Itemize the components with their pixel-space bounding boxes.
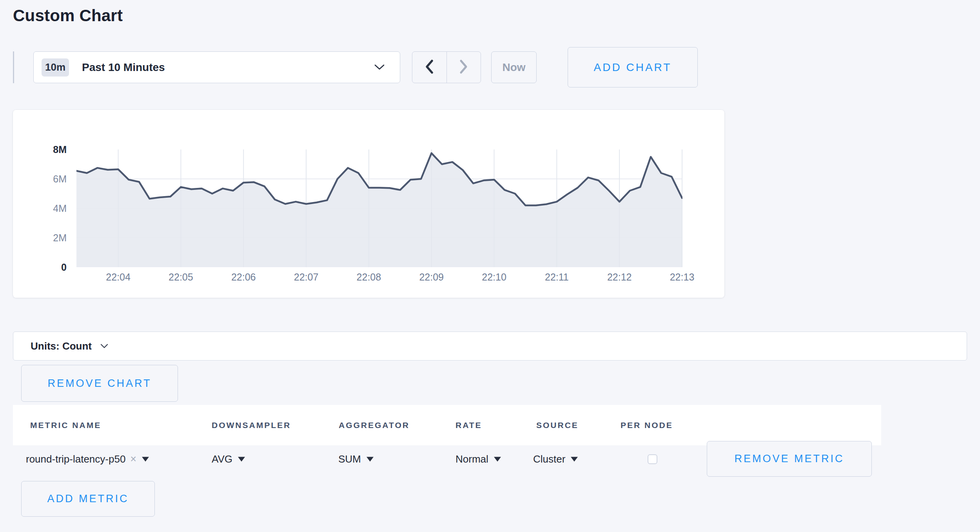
remove-metric-button[interactable]: REMOVE METRIC (707, 441, 872, 477)
source-select[interactable]: Cluster (533, 453, 578, 465)
metric-name-value: round-trip-latency-p50 (26, 453, 125, 465)
caret-down-icon (238, 457, 245, 461)
y-axis-tick-label: 0 (61, 262, 67, 273)
time-pager (412, 51, 481, 83)
add-chart-button[interactable]: ADD CHART (568, 47, 698, 87)
y-axis-tick-label: 8M (53, 144, 67, 155)
caret-down-icon (142, 457, 149, 461)
rate-select[interactable]: Normal (456, 453, 501, 465)
add-metric-button[interactable]: ADD METRIC (21, 481, 155, 517)
x-axis-tick-label: 22:10 (482, 271, 506, 283)
aggregator-value: SUM (338, 453, 361, 465)
page-title: Custom Chart (13, 6, 123, 25)
y-axis-tick-label: 6M (53, 173, 67, 185)
chevron-right-icon (459, 58, 469, 77)
source-value: Cluster (533, 453, 565, 465)
x-axis-tick-label: 22:09 (419, 271, 444, 283)
col-header-aggregator: AGGREGATOR (339, 421, 410, 430)
x-axis-tick-label: 22:04 (106, 271, 131, 283)
units-select[interactable]: Units: Count (13, 332, 967, 361)
x-axis-tick-label: 22:06 (231, 271, 256, 283)
x-axis-tick-label: 22:08 (357, 271, 381, 283)
downsampler-value: AVG (212, 453, 232, 465)
chart-plot (76, 149, 682, 267)
chevron-left-icon (424, 58, 434, 77)
col-header-source: SOURCE (536, 421, 579, 430)
caret-down-icon (494, 457, 501, 461)
time-window-badge: 10m (42, 58, 69, 77)
per-node-checkbox[interactable] (648, 454, 657, 464)
downsampler-select[interactable]: AVG (212, 453, 245, 465)
rate-value: Normal (456, 453, 488, 465)
chart-x-axis: 22:0422:0522:0622:0722:0822:0922:1022:11… (76, 271, 682, 285)
time-window-select[interactable]: 10m Past 10 Minutes (33, 51, 400, 83)
caret-down-icon (367, 457, 374, 461)
toolbar-left-divider (13, 51, 14, 83)
chart-y-axis: 8M6M4M2M0 (13, 110, 67, 298)
y-axis-tick-label: 4M (53, 203, 67, 214)
caret-down-icon (571, 457, 578, 461)
x-axis-tick-label: 22:13 (670, 271, 695, 283)
x-axis-tick-label: 22:11 (545, 271, 569, 283)
metrics-table-header: METRIC NAME DOWNSAMPLER AGGREGATOR RATE … (13, 405, 881, 445)
remove-chart-button[interactable]: REMOVE CHART (21, 365, 178, 402)
aggregator-select[interactable]: SUM (338, 453, 374, 465)
col-header-downsampler: DOWNSAMPLER (212, 421, 291, 430)
y-axis-tick-label: 2M (53, 232, 67, 244)
chart-card: 8M6M4M2M0 22:0422:0522:0622:0722:0822:09… (13, 110, 724, 298)
prev-time-button[interactable] (412, 52, 447, 83)
time-window-label: Past 10 Minutes (82, 61, 165, 74)
chevron-down-icon (100, 344, 108, 349)
area-chart-svg (76, 149, 682, 267)
chevron-down-icon (374, 64, 385, 71)
custom-chart-page: Custom Chart 10m Past 10 Minutes Now ADD… (0, 0, 980, 532)
x-axis-tick-label: 22:12 (607, 271, 632, 283)
metric-name-select[interactable]: round-trip-latency-p50 × (26, 453, 149, 465)
col-header-per-node: PER NODE (621, 421, 673, 430)
close-icon[interactable]: × (130, 453, 136, 465)
x-axis-tick-label: 22:05 (169, 271, 193, 283)
x-axis-tick-label: 22:07 (294, 271, 319, 283)
col-header-metric-name: METRIC NAME (30, 421, 101, 430)
now-button[interactable]: Now (491, 51, 537, 83)
next-time-button[interactable] (447, 52, 481, 83)
col-header-rate: RATE (456, 421, 482, 430)
units-label: Units: Count (31, 340, 92, 352)
